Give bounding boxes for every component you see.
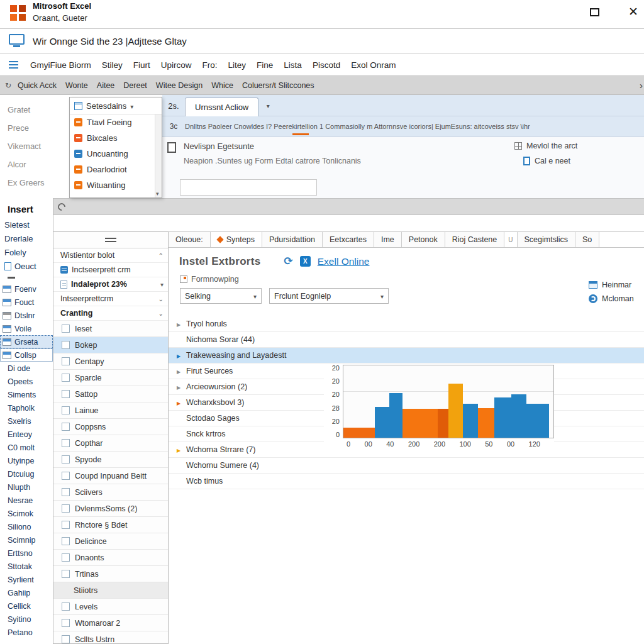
main-tab[interactable]: Synteps [211,232,262,247]
ribbon-item[interactable]: Witee Design [156,81,203,90]
checkbox[interactable] [62,455,70,464]
main-tab[interactable]: Oleoue: [169,232,211,247]
menu-item[interactable]: Fine [257,60,273,70]
menu-item[interactable]: Lista [284,60,302,70]
tree-row[interactable]: Tryol horuls [169,316,644,332]
excel-online-link[interactable]: Exell Online [318,256,370,267]
checkbox[interactable] [62,619,70,627]
panel-row[interactable]: Cranting ⌄ [53,306,168,321]
caret-icon[interactable]: ▾ [160,281,164,288]
sidebar-item[interactable]: Folely [0,245,53,259]
panel-row[interactable]: Inctseerprett crm [53,263,168,277]
menu-item[interactable]: Stiley [102,60,123,70]
menu-item[interactable]: Exol Onram [351,60,396,70]
checkbox[interactable] [62,390,70,398]
menu-item[interactable]: Fro: [203,60,218,70]
list-item[interactable]: Lainue [53,402,168,419]
list-item[interactable]: Centapy [53,353,168,370]
expand-arrow-icon[interactable] [177,382,180,391]
sidebar-item[interactable]: Petano [0,626,53,639]
list-item[interactable]: Levels [53,599,168,615]
list-item[interactable]: Bokep [53,337,168,353]
sidebar-item[interactable]: Enteoy [0,428,53,441]
tree-row[interactable]: Wcb timus [169,474,644,489]
main-tab[interactable]: Petonok [402,232,445,247]
sidebar-item[interactable]: Nesrae [0,494,53,507]
list-item[interactable]: Stiiotrs [53,582,168,599]
main-tab[interactable]: U [504,232,517,247]
checkbox[interactable] [62,635,70,643]
main-tab[interactable]: Pdursidattion [262,232,323,247]
caret-icon[interactable]: ⌄ [158,310,164,317]
checkbox[interactable] [62,570,70,578]
checkbox[interactable] [62,439,70,447]
sidebar-item[interactable]: Drerlale [0,231,53,245]
checkbox[interactable] [62,341,70,349]
caret-icon[interactable]: ⌃ [158,252,164,259]
list-item[interactable]: Dnaonts [53,550,168,566]
menu-item[interactable]: Fiurt [133,60,150,70]
checkbox[interactable] [62,488,70,496]
main-tab[interactable]: Scegimtslics [518,232,575,247]
heinmar-button[interactable]: Heinmar [589,280,644,289]
ribbon-item[interactable]: Quick Acck [18,81,57,90]
ribbon-item[interactable]: Whice [211,81,233,90]
list-item[interactable]: Coupd Inpuand Beitt [53,468,168,484]
history-icon[interactable] [57,201,67,212]
list-item[interactable]: Sciivers [53,484,168,501]
list-item[interactable]: Sattop [53,386,168,402]
ribbon-item[interactable]: Wonte [65,81,88,90]
checkbox[interactable] [62,504,70,513]
select-input-1[interactable]: Selking [180,288,262,304]
list-item[interactable]: Coppsns [53,419,168,435]
close-button[interactable]: ✕ [628,6,638,18]
checkbox[interactable] [62,553,70,562]
panel-header[interactable] [53,232,168,248]
main-tab[interactable]: Rioj Castene [445,232,505,247]
caret-down-icon[interactable] [130,100,133,111]
list-item[interactable]: Ieset [53,321,168,337]
ribbon-item[interactable]: Dereet [123,81,147,90]
sidebar-item[interactable]: Opeets [0,375,53,388]
sidebar-item[interactable]: Sttotak [0,560,53,573]
dropdown-item[interactable]: Dearlodriot [70,162,154,177]
tree-row[interactable]: Trakeweasing and Layadestt [169,348,644,364]
list-item[interactable]: Trtinas [53,566,168,582]
menu-item[interactable]: Litey [228,60,247,70]
dropdown-item[interactable]: Uncuanting [70,146,154,162]
sidebar-item[interactable]: Foenv [0,282,53,296]
select-input-2[interactable]: Frclunt Eognlelp [269,288,389,304]
checkbox[interactable] [62,374,70,382]
sidebar-item[interactable]: Utyinpe [0,454,53,467]
sidebar-item[interactable]: Tapholk [0,401,53,414]
caret-icon[interactable]: ⌄ [158,296,164,303]
tab-dropdown-caret-icon[interactable] [258,99,277,116]
sidebar-item[interactable]: Cellick [0,599,53,613]
sidebar-item[interactable]: Scimnip [0,533,53,547]
list-item[interactable]: Sparcle [53,370,168,386]
list-item[interactable]: DvlenmsSoms (2) [53,501,168,517]
sidebar-item[interactable]: Grseta [0,335,53,348]
list-item[interactable]: Scllts Ustrn [53,631,168,644]
sidebar-item[interactable]: Scimok [0,507,53,520]
sidebar-item[interactable]: Di ode [0,362,53,375]
panel-row[interactable]: Indaleprot 23% ▾ [53,277,168,292]
checkbox[interactable] [62,472,70,480]
checkbox[interactable] [62,423,70,431]
ribbon-item[interactable]: Aitee [97,81,115,90]
sidebar-item[interactable]: Erttsno [0,547,53,560]
panel-row[interactable]: Intseerprettcrm ⌄ [53,292,168,306]
panel-row[interactable]: Wistientor bolot ⌃ [53,248,168,263]
list-item[interactable]: Rhctore § Bdet [53,517,168,533]
dropdown-item[interactable]: Bixcales [70,130,154,146]
maximize-button[interactable] [590,8,599,16]
checkbox[interactable] [62,406,70,414]
hamburger-icon[interactable] [9,61,18,69]
menu-item[interactable]: Upircow [161,60,192,70]
info-right-item2[interactable]: Cal e neet [523,157,570,165]
sidebar-item[interactable]: Voile [0,322,53,335]
sidebar-item[interactable]: Siliono [0,520,53,533]
dropdown-item[interactable]: Ttavl Foeing [70,114,154,130]
main-tab[interactable]: Ime [374,232,402,247]
menu-item[interactable]: Piscotd [313,60,340,70]
